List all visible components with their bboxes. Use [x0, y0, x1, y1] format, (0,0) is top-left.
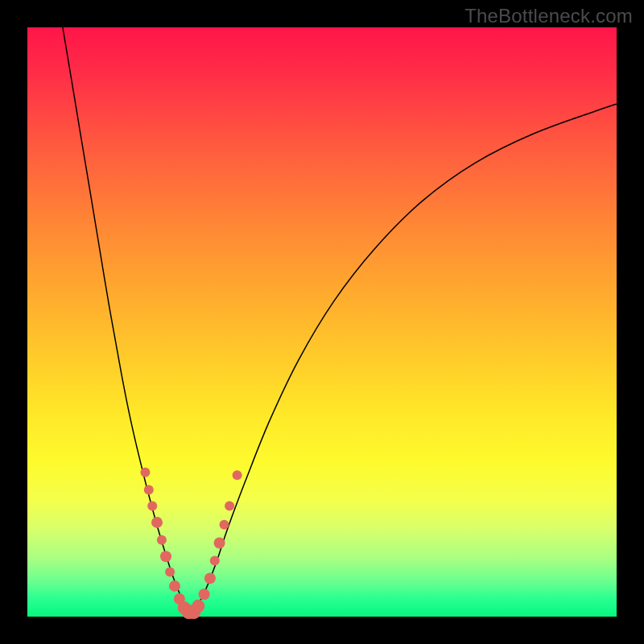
chart-frame: TheBottleneck.com [0, 0, 644, 644]
data-point [214, 538, 225, 549]
data-point [160, 551, 171, 562]
data-point [199, 588, 210, 600]
data-point [210, 556, 220, 566]
data-point [220, 520, 229, 530]
watermark-text: TheBottleneck.com [464, 5, 633, 27]
data-point [225, 501, 234, 510]
data-point [204, 572, 216, 584]
data-point [147, 501, 157, 510]
left-curve [63, 27, 192, 613]
data-point [169, 580, 180, 592]
right-curve [192, 104, 617, 613]
data-point [233, 470, 242, 480]
data-point [140, 468, 150, 477]
marker-group [140, 468, 242, 619]
data-point [157, 535, 167, 545]
data-point [192, 600, 204, 613]
chart-svg [27, 27, 617, 617]
data-point [151, 517, 163, 528]
data-point [165, 567, 175, 576]
data-point [144, 485, 154, 495]
plot-area [27, 27, 617, 617]
